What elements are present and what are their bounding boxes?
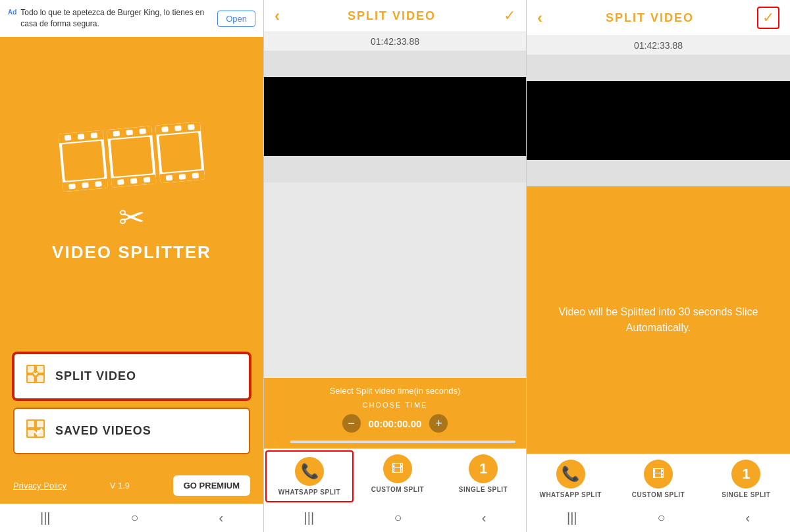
nav-home-icon[interactable]: ○ [130, 510, 138, 525]
svg-rect-8 [37, 421, 43, 427]
single-split-icon-3: 1 [742, 466, 750, 483]
film-strip-3 [155, 121, 205, 183]
version-text: V 1.9 [110, 481, 130, 491]
single-split-icon-circle: 1 [469, 454, 498, 483]
nav-back-icon-3[interactable]: ‹ [745, 510, 750, 525]
nav-menu-icon-2[interactable]: ||| [304, 510, 315, 525]
progress-bar-row-2 [264, 438, 526, 448]
nav-menu-icon-3[interactable]: ||| [567, 510, 577, 525]
video-top-bar-3 [527, 55, 790, 81]
video-preview-3 [527, 55, 790, 186]
tab-bar-3: 📞 WHATSAPP SPLIT 🎞 CUSTOM SPLIT 1 SINGLE… [527, 454, 790, 504]
whatsapp-info-area: Video will be Splitted into 30 seconds S… [527, 186, 790, 454]
panel-main-app: Ad Todo lo que te apetezca de Burger Kin… [0, 0, 263, 532]
progress-bar-bg [275, 440, 515, 443]
film-hole [139, 128, 146, 134]
custom-split-tab-2[interactable]: 🎞 CUSTOM SPLIT [355, 449, 440, 504]
film-hole [65, 134, 72, 140]
ad-icon: Ad [8, 9, 16, 16]
custom-split-label-2: CUSTOM SPLIT [371, 486, 424, 493]
nav-bar-2: ||| ○ ‹ [264, 504, 526, 532]
confirm-button-2[interactable]: ✓ [504, 7, 515, 24]
nav-menu-icon[interactable]: ||| [40, 510, 51, 525]
ad-banner: Ad Todo lo que te apetezca de Burger Kin… [0, 0, 263, 37]
whatsapp-split-label-3: WHATSAPP SPLIT [539, 491, 601, 498]
whatsapp-split-tab-3[interactable]: 📞 WHATSAPP SPLIT [527, 454, 614, 504]
custom-split-icon: 🎞 [392, 462, 404, 476]
back-button-2[interactable]: ‹ [275, 7, 280, 25]
film-hole [82, 182, 89, 188]
nav-bar-1: ||| ○ ‹ [0, 504, 263, 532]
go-premium-button[interactable]: GO PREMIUM [173, 475, 250, 496]
film-hole [78, 134, 85, 140]
saved-videos-label: SAVED VIDEOS [55, 424, 151, 438]
split-video-button[interactable]: SPLIT VIDEO [13, 353, 250, 400]
film-hole [95, 181, 102, 187]
single-split-icon: 1 [479, 460, 487, 477]
film-strip-1 [59, 130, 108, 192]
svg-rect-7 [28, 421, 34, 427]
single-split-tab-3[interactable]: 1 SINGLE SPLIT [702, 454, 790, 504]
nav-back-icon-2[interactable]: ‹ [482, 510, 487, 525]
film-hole [130, 178, 138, 184]
scissors-icon: ✂ [118, 199, 145, 236]
film-hole [166, 174, 173, 180]
film-strip-container [59, 121, 205, 191]
custom-split-label-3: CUSTOM SPLIT [632, 491, 685, 498]
video-top-bar [264, 51, 526, 77]
time-decrease-button[interactable]: − [342, 414, 361, 433]
ad-open-button[interactable]: Open [217, 11, 255, 27]
timeline-area-2 [264, 182, 526, 378]
nav-home-icon-3[interactable]: ○ [657, 510, 665, 525]
nav-bar-3: ||| ○ ‹ [527, 504, 790, 532]
film-body [159, 132, 201, 173]
custom-split-tab-3[interactable]: 🎞 CUSTOM SPLIT [614, 454, 702, 504]
back-button-3[interactable]: ‹ [537, 9, 542, 27]
film-hole [68, 183, 76, 189]
confirm-button-3[interactable]: ✓ [757, 7, 779, 29]
split-video-icon [25, 363, 46, 389]
top-bar-2: ‹ SPLIT VIDEO ✓ [264, 0, 526, 32]
svg-rect-9 [28, 430, 34, 437]
time-increase-button[interactable]: + [429, 414, 448, 433]
whatsapp-icon: 📞 [301, 463, 319, 480]
film-hole [174, 125, 182, 131]
video-black-area-3 [527, 81, 790, 160]
whatsapp-icon-3: 📞 [562, 466, 579, 483]
video-black-area [264, 77, 526, 156]
video-preview-2 [264, 51, 526, 182]
custom-split-icon-3: 🎞 [652, 467, 664, 481]
time-selector: − 00:00:00.00 + [342, 414, 448, 433]
video-timestamp-3: 01:42:33.88 [527, 36, 790, 55]
film-body [111, 136, 153, 176]
footer-row: Privacy Policy V 1.9 GO PREMIUM [0, 467, 263, 504]
top-bar-3: ‹ SPLIT VIDEO ✓ [527, 0, 790, 36]
film-hole [188, 124, 195, 130]
split-time-label: Select Split video time(in seconds) [330, 386, 461, 396]
film-hole [144, 176, 151, 182]
video-bottom-bar [264, 156, 526, 182]
progress-dot[interactable] [282, 438, 290, 446]
saved-videos-button[interactable]: SAVED VIDEOS [13, 408, 250, 454]
whatsapp-split-tab-2[interactable]: 📞 WHATSAPP SPLIT [265, 450, 354, 502]
privacy-policy-link[interactable]: Privacy Policy [13, 481, 66, 491]
menu-section: SPLIT VIDEO SAVED VIDEOS [0, 353, 263, 467]
saved-videos-icon [25, 418, 46, 444]
nav-home-icon-2[interactable]: ○ [394, 510, 402, 525]
whatsapp-split-icon-circle: 📞 [295, 457, 324, 486]
nav-back-icon[interactable]: ‹ [219, 510, 223, 525]
custom-split-icon-circle: 🎞 [383, 454, 412, 483]
custom-split-icon-circle-3: 🎞 [644, 460, 673, 489]
film-hole [179, 173, 186, 179]
single-split-label-2: SINGLE SPLIT [459, 486, 508, 493]
single-split-tab-2[interactable]: 1 SINGLE SPLIT [440, 449, 526, 504]
film-hole [117, 179, 124, 185]
whatsapp-split-label-2: WHATSAPP SPLIT [278, 489, 340, 496]
choose-time-label: CHOOSE TIME [363, 401, 428, 409]
ad-text: Todo lo que te apetezca de Burger King, … [20, 7, 217, 30]
film-hole [91, 132, 98, 138]
film-hole [192, 173, 199, 178]
video-timestamp-2: 01:42:33.88 [264, 32, 526, 51]
split-controls: Select Split video time(in seconds) CHOO… [264, 378, 526, 438]
tab-bar-2: 📞 WHATSAPP SPLIT 🎞 CUSTOM SPLIT 1 SINGLE… [264, 448, 526, 504]
